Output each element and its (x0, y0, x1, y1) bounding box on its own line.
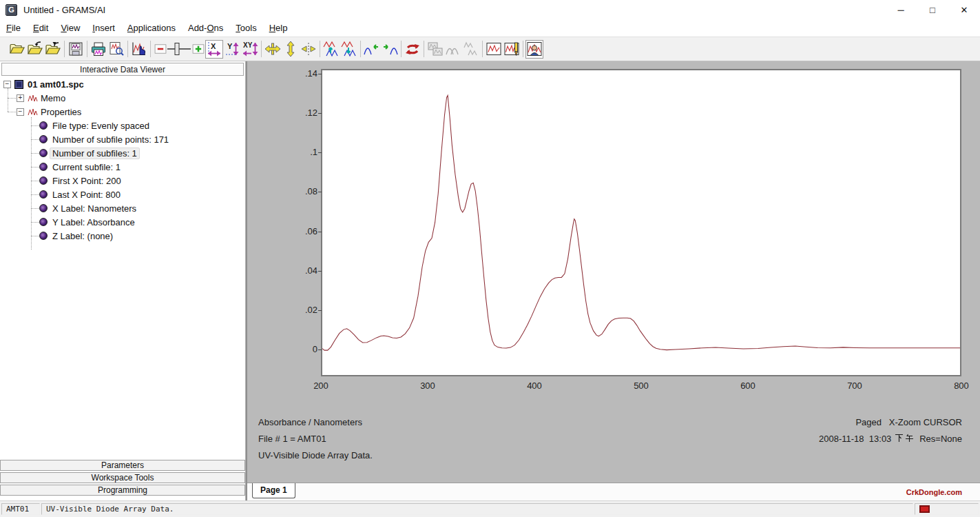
x-tick-label: 200 (304, 381, 338, 392)
tree-item[interactable]: −Properties (0, 105, 244, 119)
main-area: Interactive Data Viewer −01 amt01.spc+Me… (0, 61, 980, 500)
y-tick-mark (318, 192, 322, 192)
cjk-xia-glyph (895, 434, 904, 443)
pan-vertical-icon[interactable] (282, 40, 300, 59)
tree-item[interactable]: +Memo (0, 91, 244, 105)
expander-plus-icon[interactable]: + (17, 94, 24, 102)
tree-item-label: First X Point: 200 (52, 176, 121, 186)
pan-horizontal-icon[interactable] (264, 40, 282, 59)
zoom-slider-icon[interactable] (167, 40, 191, 59)
close-button[interactable]: ✕ (948, 0, 980, 19)
print-preview-icon[interactable] (107, 40, 125, 59)
shift-left-icon[interactable] (363, 40, 381, 59)
expander-minus-icon[interactable]: − (3, 81, 11, 88)
status-bar: AMT01 UV-Visible Diode Array Data. (0, 500, 980, 517)
maximize-button[interactable]: □ (917, 0, 948, 19)
view-window-icon[interactable] (485, 40, 503, 59)
tree-item-label: Z Label: (none) (52, 231, 113, 241)
tree-item[interactable]: X Label: Nanometers (0, 201, 244, 215)
menu-insert[interactable]: Insert (86, 23, 121, 33)
open-file-icon[interactable] (8, 40, 26, 59)
chart-workarea: .14.12.1.08.06.04.0202003004005006007008… (246, 61, 980, 500)
y-tick-mark (318, 74, 322, 74)
overlay-traces-icon (444, 40, 462, 59)
y-tick-label: .14 (282, 68, 317, 79)
menu-file[interactable]: File (0, 23, 27, 33)
programming-button[interactable]: Programming (0, 485, 245, 496)
minimize-button[interactable]: ─ (885, 0, 917, 19)
scale-down-icon[interactable] (340, 40, 358, 59)
y-tick-label: .02 (282, 305, 317, 316)
scale-up-icon[interactable] (322, 40, 340, 59)
menu-edit[interactable]: Edit (27, 23, 54, 33)
tile-windows-icon (426, 40, 444, 59)
menu-applications[interactable]: Applications (121, 23, 182, 33)
open-export-icon[interactable] (44, 40, 62, 59)
menu-addons[interactable]: Add-Ons (182, 23, 229, 33)
save-file-icon[interactable] (67, 40, 85, 59)
plot-area[interactable] (321, 69, 961, 376)
y-zoom-icon[interactable]: Y (223, 40, 241, 59)
y-tick-label: .1 (282, 147, 317, 158)
toolbar-separator (150, 41, 151, 57)
tree-item[interactable]: Z Label: (none) (0, 229, 244, 243)
tree-item[interactable]: −01 amt01.spc (0, 77, 244, 91)
tree-item[interactable]: Last X Point: 800 (0, 187, 244, 201)
footer-axis-label: Absorbance / Nanometers (258, 417, 362, 427)
menu-bar: FileEditViewInsertApplicationsAdd-OnsToo… (0, 19, 980, 37)
sphere-icon (39, 204, 48, 212)
y-tick-mark (318, 113, 322, 114)
open-import-icon[interactable] (26, 40, 44, 59)
menu-help[interactable]: Help (263, 23, 294, 33)
center-cursor-icon[interactable] (300, 40, 317, 59)
shift-right-icon[interactable] (381, 40, 399, 59)
sphere-icon (39, 190, 48, 199)
tree-item[interactable]: First X Point: 200 (0, 174, 244, 187)
toolbar-separator (87, 41, 87, 57)
sphere-icon (39, 121, 48, 130)
spectrum-icon (28, 108, 38, 116)
y-tick-label: .12 (282, 108, 317, 119)
y-tick-label: .04 (282, 265, 317, 276)
toolbar-separator (360, 41, 361, 57)
workspace-tools-button[interactable]: Workspace Tools (0, 472, 245, 483)
x-zoom-icon[interactable]: X (205, 40, 223, 59)
tree-item[interactable]: Number of subfile points: 171 (0, 132, 244, 146)
tree-item[interactable]: Number of subfiles: 1 (0, 146, 244, 160)
footer-mode-label: Paged X-Zoom CURSOR (855, 417, 962, 427)
tree-item-label: Current subfile: 1 (52, 162, 121, 172)
edit-window-icon[interactable] (503, 40, 521, 59)
tree-item-label: 01 amt01.spc (28, 79, 84, 90)
redraw-icon[interactable] (404, 40, 421, 59)
toolbar-separator (261, 41, 262, 57)
tab-page-1[interactable]: Page 1 (252, 483, 295, 498)
tree-item[interactable]: Current subfile: 1 (0, 160, 244, 174)
x-tick-label: 700 (837, 381, 872, 392)
menu-view[interactable]: View (54, 23, 86, 33)
tree-item[interactable]: Y Label: Absorbance (0, 215, 244, 229)
select-trace-icon[interactable] (130, 40, 148, 59)
zoom-out-icon[interactable] (153, 40, 167, 59)
page-tab-bar: Page 1 CrkDongle.com (247, 483, 980, 500)
zoom-in-icon[interactable] (191, 40, 205, 59)
spectrum-curve (322, 70, 960, 375)
toolbar-separator (424, 41, 424, 57)
footer-datetime-label: 2008-11-18 13:03 Res=None (819, 434, 962, 444)
tree-item-label: Y Label: Absorbance (52, 217, 135, 227)
tree-item-label: Properties (41, 107, 81, 117)
toolbar-separator (127, 41, 128, 57)
x-tick-label: 800 (944, 381, 979, 392)
sidebar-header: Interactive Data Viewer (1, 63, 244, 76)
dongle-indicator-icon (919, 505, 930, 513)
expander-minus-icon[interactable]: − (17, 108, 24, 116)
operator-view-icon[interactable] (525, 40, 543, 59)
sphere-icon (39, 232, 48, 240)
xy-zoom-icon[interactable]: XY (241, 40, 259, 59)
footer-file-label: File # 1 = AMT01 (258, 434, 326, 444)
x-tick-label: 300 (410, 381, 445, 392)
tree-item[interactable]: File type: Evenly spaced (0, 119, 244, 132)
menu-tools[interactable]: Tools (229, 23, 262, 33)
print-icon[interactable] (90, 40, 107, 59)
parameters-button[interactable]: Parameters (0, 460, 245, 471)
file-square-icon (14, 80, 23, 89)
